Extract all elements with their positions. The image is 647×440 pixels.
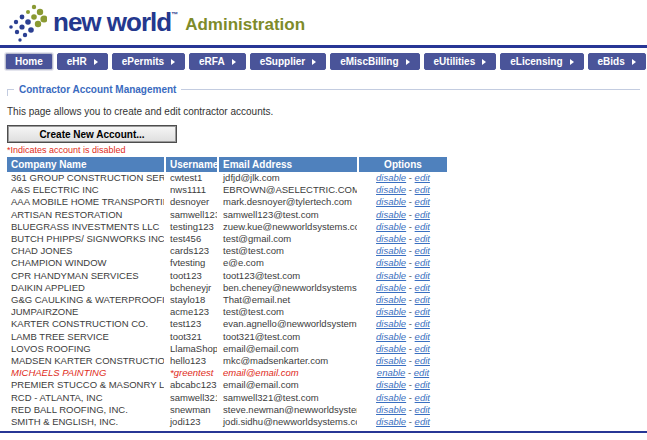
table-row: 361 GROUP CONSTRUCTION SERVICES INC cwte…	[7, 172, 447, 184]
toggle-account-link[interactable]: disable	[376, 294, 406, 305]
table-row: CPR HANDYMAN SERVICES toot123 toot123@te…	[7, 270, 447, 282]
edit-account-link[interactable]: edit	[415, 306, 430, 317]
submenu-arrow-icon	[482, 59, 486, 65]
table-row: AAA MOBILE HOME TRANSPORTING desnoyer ma…	[7, 196, 447, 208]
edit-account-link[interactable]: edit	[414, 367, 429, 378]
toggle-account-link[interactable]: disable	[376, 184, 406, 195]
company-name-cell: LAMB TREE SERVICE	[7, 331, 164, 343]
toggle-account-link[interactable]: disable	[376, 196, 406, 207]
nav-item-epermits[interactable]: ePermits	[112, 53, 185, 70]
edit-account-link[interactable]: edit	[415, 184, 430, 195]
nav-item-eutilities[interactable]: eUtilities	[424, 53, 497, 70]
username-cell: fvtesting	[166, 257, 217, 269]
toggle-account-link[interactable]: disable	[376, 233, 406, 244]
edit-account-link[interactable]: edit	[415, 257, 430, 268]
table-row: BLUEGRASS INVESTMENTS LLC testing123 zue…	[7, 221, 447, 233]
edit-account-link[interactable]: edit	[415, 331, 430, 342]
toggle-account-link[interactable]: disable	[376, 245, 406, 256]
nav-item-emiscbilling[interactable]: eMiscBilling	[330, 53, 419, 70]
edit-account-link[interactable]: edit	[415, 245, 430, 256]
toggle-account-link[interactable]: disable	[376, 282, 406, 293]
company-name-cell: PREMIER STUCCO & MASONRY LLC	[7, 379, 164, 391]
nav-item-elicensing[interactable]: eLicensing	[500, 53, 583, 70]
edit-account-link[interactable]: edit	[415, 233, 430, 244]
edit-account-link[interactable]: edit	[415, 416, 430, 427]
username-cell: test123	[166, 318, 217, 330]
toggle-account-link[interactable]: disable	[376, 404, 406, 415]
options-separator: -	[409, 257, 412, 268]
nav-item-esupplier[interactable]: eSupplier	[250, 53, 327, 70]
edit-account-link[interactable]: edit	[415, 282, 430, 293]
submenu-arrow-icon	[406, 59, 410, 65]
company-name-cell: DAIKIN APPLIED	[7, 282, 164, 294]
create-new-account-button[interactable]: Create New Account...	[7, 125, 177, 143]
edit-account-link[interactable]: edit	[415, 343, 430, 354]
email-cell: jodi.sidhu@newworldsystems.com	[219, 416, 357, 428]
email-cell: EBROWN@ASELECTRIC.COM	[219, 184, 357, 196]
edit-account-link[interactable]: edit	[415, 379, 430, 390]
edit-account-link[interactable]: edit	[415, 355, 430, 366]
toggle-account-link[interactable]: disable	[376, 172, 406, 183]
table-row: RED BALL ROOFING, INC. snewman steve.new…	[7, 404, 447, 416]
nav-item-ehr[interactable]: eHR	[57, 53, 108, 70]
table-body: 361 GROUP CONSTRUCTION SERVICES INC cwte…	[7, 172, 447, 428]
toggle-account-link[interactable]: disable	[376, 355, 406, 366]
toggle-account-link[interactable]: disable	[376, 209, 406, 220]
brand-logo-dots-icon	[7, 3, 47, 45]
toggle-account-link[interactable]: disable	[376, 270, 406, 281]
options-separator: -	[409, 172, 412, 183]
options-separator: -	[409, 306, 412, 317]
username-cell: *greentest	[166, 367, 217, 379]
toggle-account-link[interactable]: disable	[376, 306, 406, 317]
email-cell: samwell123@test.com	[219, 209, 357, 221]
options-cell: disable - edit	[359, 184, 447, 196]
edit-account-link[interactable]: edit	[415, 294, 430, 305]
toggle-account-link[interactable]: disable	[376, 318, 406, 329]
username-cell: snewman	[166, 404, 217, 416]
options-separator: -	[409, 392, 412, 403]
email-cell: test@test.com	[219, 306, 357, 318]
toggle-account-link[interactable]: disable	[376, 221, 406, 232]
email-cell: email@email.com	[219, 343, 357, 355]
toggle-account-link[interactable]: disable	[376, 343, 406, 354]
options-cell: disable - edit	[359, 294, 447, 306]
edit-account-link[interactable]: edit	[415, 404, 430, 415]
section-header: Contractor Account Management	[7, 89, 640, 96]
username-cell: cards123	[166, 245, 217, 257]
options-cell: disable - edit	[359, 331, 447, 343]
email-cell: test@gmail.com	[219, 233, 357, 245]
options-separator: -	[409, 416, 412, 427]
toggle-account-link[interactable]: enable	[377, 367, 406, 378]
nav-item-erfa[interactable]: eRFA	[189, 53, 246, 70]
table-row: RCD - ATLANTA, INC samwell321 samwell321…	[7, 392, 447, 404]
toggle-account-link[interactable]: disable	[376, 379, 406, 390]
edit-account-link[interactable]: edit	[415, 221, 430, 232]
table-row: CHAMPION WINDOW fvtesting e@e.com disabl…	[7, 257, 447, 269]
edit-account-link[interactable]: edit	[415, 209, 430, 220]
main-nav: Home eHR ePermits eRFA eSupplier eMiscBi…	[0, 48, 647, 76]
options-separator: -	[409, 318, 412, 329]
edit-account-link[interactable]: edit	[415, 196, 430, 207]
edit-account-link[interactable]: edit	[415, 318, 430, 329]
options-separator: -	[409, 294, 412, 305]
company-name-cell: AAA MOBILE HOME TRANSPORTING	[7, 196, 164, 208]
table-row: JUMPAIRZONE acme123 test@test.com disabl…	[7, 306, 447, 318]
edit-account-link[interactable]: edit	[415, 172, 430, 183]
options-cell: disable - edit	[359, 282, 447, 294]
toggle-account-link[interactable]: disable	[376, 392, 406, 403]
toggle-account-link[interactable]: disable	[376, 416, 406, 427]
company-name-cell: JUMPAIRZONE	[7, 306, 164, 318]
page-title: Contractor Account Management	[14, 84, 181, 95]
toggle-account-link[interactable]: disable	[376, 331, 406, 342]
nav-item-home[interactable]: Home	[5, 53, 53, 70]
options-separator: -	[409, 379, 412, 390]
table-row: G&G CAULKING & WATERPROOFING staylo18 Th…	[7, 294, 447, 306]
username-cell: desnoyer	[166, 196, 217, 208]
options-cell: disable - edit	[359, 221, 447, 233]
edit-account-link[interactable]: edit	[415, 270, 430, 281]
edit-account-link[interactable]: edit	[415, 392, 430, 403]
nav-item-ebids[interactable]: eBids	[588, 53, 646, 70]
options-cell: disable - edit	[359, 257, 447, 269]
toggle-account-link[interactable]: disable	[376, 257, 406, 268]
table-header-row: Company Name Username Email Address Opti…	[7, 157, 447, 172]
